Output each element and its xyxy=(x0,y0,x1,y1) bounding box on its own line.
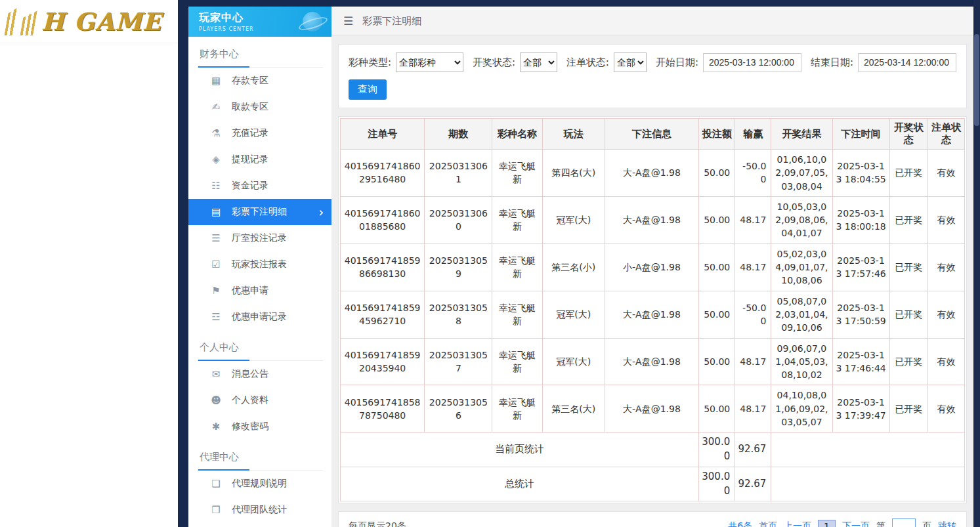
sidebar-item-label: 资金记录 xyxy=(232,180,268,192)
sidebar-section-title-text: 个人中心 xyxy=(198,341,249,361)
end-date-input[interactable] xyxy=(858,53,956,72)
start-date-input[interactable] xyxy=(703,53,801,72)
sidebar-item-label: 代理规则说明 xyxy=(232,478,287,490)
sidebar-item-recharge-records[interactable]: ⚗充值记录 xyxy=(188,120,331,146)
funds-record-icon: ☷ xyxy=(210,180,222,192)
page-scrollbar-track[interactable] xyxy=(973,0,980,527)
table-cell: 2025-03-13 18:00:18 xyxy=(832,196,889,243)
table-cell: 401569174185920435940 xyxy=(341,338,425,385)
draw-status-select[interactable]: 全部 xyxy=(520,53,557,72)
table-cell: 50.00 xyxy=(699,243,735,291)
promo-icon: ⚑ xyxy=(210,285,222,297)
sidebar-section-title: 个人中心 xyxy=(197,330,323,361)
table-cell: 幸运飞艇新 xyxy=(492,385,542,432)
table-cell: 401569174186029516480 xyxy=(341,150,425,197)
logo-text: H GAME xyxy=(41,7,161,36)
logo-area: H GAME xyxy=(0,0,178,527)
table-cell: 有效 xyxy=(927,196,964,243)
room-record-icon: ☰ xyxy=(210,232,222,244)
order-status-label: 注单状态: xyxy=(566,56,609,69)
table-cell: 50.00 xyxy=(699,385,735,432)
table-cell: 05,08,07,02,03,01,04,09,10,06 xyxy=(771,291,832,338)
sidebar-item-room-bet-records[interactable]: ☰厅室投注记录 xyxy=(188,225,331,251)
first-page-link[interactable]: 首页 xyxy=(759,520,777,527)
sidebar-item-withdrawal-records[interactable]: ◈提现记录 xyxy=(188,146,331,173)
sidebar-item-funds-records[interactable]: ☷资金记录 xyxy=(188,173,331,199)
prev-page-link[interactable]: 上一页 xyxy=(784,520,811,527)
sidebar-item-player-bet-report[interactable]: ☑玩家投注报表 xyxy=(188,251,331,278)
table-row: 40156917418594596271020250313058幸运飞艇新冠军(… xyxy=(341,291,965,338)
sidebar-header: 玩家中心 PLAYERS CENTER xyxy=(188,7,331,37)
hamburger-menu-icon[interactable]: ☰ xyxy=(343,14,353,28)
sidebar-item-change-password[interactable]: ✱修改密码 xyxy=(188,413,331,440)
table-cell: 已开奖 xyxy=(889,338,927,385)
lottery-type-label: 彩种类型: xyxy=(349,56,391,69)
pagination-bar: 每页显示20条 共6条 首页 上一页 1 下一页 第 页 跳转 xyxy=(338,511,967,527)
table-cell: 2025-03-13 17:50:59 xyxy=(832,291,889,338)
bell-icon: ✉ xyxy=(210,368,222,380)
bet-details-table-card: 注单号期数彩种名称玩法下注信息投注额输赢开奖结果下注时间开奖状态注单状态 401… xyxy=(338,116,967,503)
page-label-post: 页 xyxy=(922,520,931,527)
sidebar-item-withdraw-zone[interactable]: ✍取款专区 xyxy=(188,94,331,120)
sidebar-item-label: 修改密码 xyxy=(232,421,268,432)
column-header: 投注额 xyxy=(699,119,735,150)
sidebar-item-label: 充值记录 xyxy=(232,127,268,139)
key-icon: ✱ xyxy=(210,421,222,432)
recharge-record-icon: ⚗ xyxy=(210,127,222,139)
sidebar-item-label: 玩家投注报表 xyxy=(232,259,287,270)
sidebar-item-promo-application[interactable]: ⚑优惠申请 xyxy=(188,278,331,304)
chevron-right-icon: › xyxy=(318,206,324,219)
sidebar-item-profile[interactable]: ☻个人资料 xyxy=(188,387,331,413)
table-cell: 幸运飞艇新 xyxy=(492,150,542,197)
user-icon: ☻ xyxy=(210,394,222,406)
column-header: 下注信息 xyxy=(605,119,698,150)
table-row: 40156917418592043594020250313057幸运飞艇新冠军(… xyxy=(341,338,965,385)
order-status-select[interactable]: 全部 xyxy=(614,53,647,72)
sidebar-item-lottery-bet-details[interactable]: ▤彩票下注明细› xyxy=(188,199,331,225)
column-header: 下注时间 xyxy=(832,119,889,150)
next-page-link[interactable]: 下一页 xyxy=(842,520,870,527)
table-cell: 48.17 xyxy=(735,338,771,385)
sidebar-section-title-text: 财务中心 xyxy=(198,48,249,68)
sidebar-item-label: 取款专区 xyxy=(232,101,268,113)
table-cell: 大-A盘@1.98 xyxy=(605,291,698,338)
column-header: 开奖结果 xyxy=(771,119,832,150)
table-cell: 大-A盘@1.98 xyxy=(605,150,698,197)
jump-link[interactable]: 跳转 xyxy=(938,520,956,527)
sidebar-item-agent-rules[interactable]: ❏代理规则说明 xyxy=(188,471,331,497)
sidebar-item-announcements[interactable]: ✉消息公告 xyxy=(188,361,331,387)
table-cell: 20250313056 xyxy=(425,385,492,432)
table-cell: 20250313059 xyxy=(425,243,492,291)
sidebar-section-title: 财务中心 xyxy=(197,37,323,68)
sidebar-item-agent-team-stats[interactable]: ❒代理团队统计 xyxy=(188,497,331,523)
table-cell: 48.17 xyxy=(735,385,771,432)
filter-panel: 彩种类型: 全部彩种 开奖状态: 全部 注单状态: 全部 开始日期: 结束日期:… xyxy=(338,44,967,108)
sidebar-item-deposit-zone[interactable]: ▦存款专区 xyxy=(188,68,331,94)
sidebar-section-title-text: 代理中心 xyxy=(198,451,249,471)
table-cell: 第四名(大) xyxy=(542,150,605,197)
table-cell: 2025-03-13 17:39:47 xyxy=(832,385,889,432)
page-jump-input[interactable] xyxy=(892,518,916,527)
main-header: ☰ 彩票下注明细 xyxy=(331,7,973,36)
summary-empty-cell xyxy=(771,432,965,467)
summary-winloss-total: 92.67 xyxy=(735,432,771,467)
table-cell: 有效 xyxy=(927,338,964,385)
table-cell: 01,06,10,02,09,07,05,03,08,04 xyxy=(771,150,832,197)
table-cell: 20250313057 xyxy=(425,338,492,385)
lottery-type-select[interactable]: 全部彩种 xyxy=(396,53,463,72)
column-header: 玩法 xyxy=(542,119,605,150)
logo-stripes-icon xyxy=(4,8,37,35)
page-title: 彩票下注明细 xyxy=(362,15,421,28)
table-cell: 小-A盘@1.98 xyxy=(605,243,698,291)
search-button[interactable]: 查询 xyxy=(349,79,387,100)
page-scrollbar-thumb[interactable] xyxy=(974,34,979,126)
table-cell: 已开奖 xyxy=(889,243,927,291)
table-cell: 10,05,03,02,09,08,06,04,01,07 xyxy=(771,196,832,243)
current-page-badge[interactable]: 1 xyxy=(818,520,836,527)
sidebar-item-promo-application-records[interactable]: ☲优惠申请记录 xyxy=(188,304,331,330)
top-navy-bar xyxy=(178,0,980,7)
summary-bet-total: 300.00 xyxy=(699,432,735,467)
table-cell: 50.00 xyxy=(699,338,735,385)
table-cell: -50.00 xyxy=(735,150,771,197)
sidebar-section-title: 代理中心 xyxy=(197,440,323,471)
